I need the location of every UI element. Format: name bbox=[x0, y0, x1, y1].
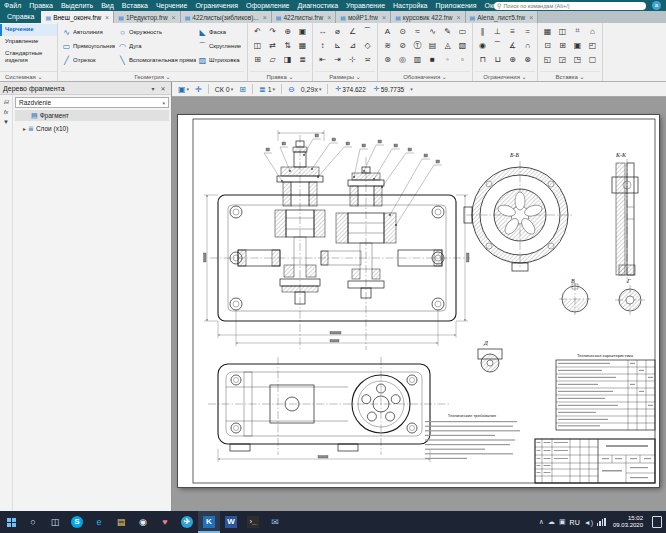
snap-mode-button[interactable]: ▣▾ bbox=[176, 83, 191, 95]
ribbon-icon-button-g1r2c1[interactable]: ⇥ bbox=[330, 52, 345, 66]
taskbar-app-edge[interactable]: e bbox=[88, 511, 110, 533]
task-view-button[interactable]: ◫ bbox=[44, 511, 66, 533]
geometry-tool-r1c1[interactable]: ◠Дуга bbox=[117, 40, 197, 53]
language-indicator[interactable]: RU bbox=[570, 519, 580, 526]
ribbon-icon-button-g2r2c0[interactable]: ⊛ bbox=[380, 52, 395, 66]
system-set-label[interactable]: Системная ⌄ bbox=[0, 71, 57, 81]
menu-item-0[interactable]: Файл bbox=[0, 0, 25, 11]
ribbon-icon-button-g0r0c0[interactable]: ↶ bbox=[250, 24, 265, 38]
ribbon-icon-button-g0r1c3[interactable]: ▦ bbox=[295, 38, 310, 52]
taskbar-app-telegram[interactable]: ✈ bbox=[176, 511, 198, 533]
workspace-tab-2[interactable]: Стандартные изделия bbox=[0, 48, 57, 65]
taskbar-app-chrome[interactable]: ◉ bbox=[132, 511, 154, 533]
taskbar-search-button[interactable]: ○ bbox=[22, 511, 44, 533]
tree-item-fragment[interactable]: ▤ Фрагмент bbox=[15, 110, 169, 121]
ribbon-icon-button-g3r0c2[interactable]: ≡ bbox=[505, 24, 520, 38]
workspace-tab-1[interactable]: Управление bbox=[0, 36, 57, 48]
shield-icon[interactable]: ▣ bbox=[559, 518, 566, 526]
panel-menu-icon[interactable]: ▾ bbox=[148, 85, 158, 92]
taskbar-app-photos[interactable]: ♥ bbox=[154, 511, 176, 533]
tray-chevron-icon[interactable]: ∧ bbox=[539, 518, 544, 526]
ribbon-group-label-1[interactable]: Размеры ⌄ bbox=[315, 71, 375, 81]
tree-item-layers[interactable]: ▸ ≣ Слои (х10) bbox=[15, 123, 169, 134]
ortho-mode-icon[interactable]: ✛ bbox=[193, 83, 204, 95]
taskbar-clock[interactable]: 15:02 09.03.2020 bbox=[610, 515, 646, 529]
geometry-tool-r1c0[interactable]: ▭Прямоугольник bbox=[61, 40, 117, 53]
ribbon-icon-button-g1r0c1[interactable]: ⌀ bbox=[330, 24, 345, 38]
filter-icon[interactable]: ▼ bbox=[3, 119, 9, 125]
tab-close-icon[interactable]: × bbox=[263, 14, 267, 21]
geometry-tool-r2c2[interactable]: ▨Штриховка bbox=[197, 54, 243, 67]
document-tab-5[interactable]: ▤курсовик 422.frw× bbox=[391, 11, 465, 23]
tab-close-icon[interactable]: × bbox=[172, 14, 176, 21]
ribbon-icon-button-g2r1c2[interactable]: Ⓣ bbox=[410, 38, 425, 52]
ribbon-icon-button-g2r0c3[interactable]: ∿ bbox=[425, 24, 440, 38]
ribbon-icon-button-g3r1c3[interactable]: ∩ bbox=[520, 38, 535, 52]
ribbon-icon-button-g4r0c0[interactable]: ▦ bbox=[540, 24, 555, 38]
geometry-tool-r1c2[interactable]: ⌒Скругление bbox=[197, 40, 243, 53]
ribbon-icon-button-g1r1c1[interactable]: ⊾ bbox=[330, 38, 345, 52]
ribbon-icon-button-g1r0c0[interactable]: ↔ bbox=[315, 24, 330, 38]
ribbon-icon-button-g2r1c4[interactable]: ◬ bbox=[440, 38, 455, 52]
ribbon-icon-button-g2r0c2[interactable]: ≈ bbox=[410, 24, 425, 38]
geometry-tool-r0c1[interactable]: ○Окружность bbox=[117, 26, 197, 39]
ribbon-icon-button-g2r1c3[interactable]: ▤ bbox=[425, 38, 440, 52]
ribbon-icon-button-g2r0c4[interactable]: ✎ bbox=[440, 24, 455, 38]
document-tab-2[interactable]: ▤422листы(зибликов)...× bbox=[181, 11, 272, 23]
ribbon-icon-button-g4r1c0[interactable]: ⊡ bbox=[540, 38, 555, 52]
ribbon-icon-button-g3r0c1[interactable]: ⊥ bbox=[490, 24, 505, 38]
taskbar-app-explorer[interactable]: ▤ bbox=[110, 511, 132, 533]
panel-close-icon[interactable]: ✕ bbox=[158, 85, 168, 92]
cloud-icon[interactable]: ☁ bbox=[548, 518, 555, 526]
coordinate-system-select[interactable]: СК 0▾ bbox=[213, 83, 236, 95]
ribbon-icon-button-g0r0c1[interactable]: ↷ bbox=[265, 24, 280, 38]
ribbon-icon-button-g3r1c1[interactable]: ⌒ bbox=[490, 38, 505, 52]
ribbon-icon-button-g0r2c0[interactable]: ⊞ bbox=[250, 52, 265, 66]
volume-icon[interactable]: ◄) bbox=[584, 519, 593, 526]
start-button[interactable] bbox=[0, 511, 22, 533]
layer-select[interactable]: ≣ 1▾ bbox=[257, 83, 277, 95]
ribbon-icon-button-g4r2c3[interactable]: ▢ bbox=[585, 52, 600, 66]
fx-icon[interactable]: fx bbox=[4, 109, 9, 115]
taskbar-app-skype[interactable]: S bbox=[66, 511, 88, 533]
ribbon-icon-button-g4r2c0[interactable]: ◱ bbox=[540, 52, 555, 66]
tab-close-icon[interactable]: × bbox=[105, 14, 109, 21]
ribbon-icon-button-g2r2c4[interactable]: ◦ bbox=[440, 52, 455, 66]
ribbon-icon-button-g3r2c1[interactable]: ⊔ bbox=[490, 52, 505, 66]
menu-item-2[interactable]: Выделить bbox=[57, 0, 97, 11]
ribbon-group-label-2[interactable]: Обозначения ⌄ bbox=[380, 71, 470, 81]
menu-item-8[interactable]: Диагностика bbox=[294, 0, 343, 11]
parambar-more-icon[interactable]: ▾ bbox=[410, 86, 413, 92]
tab-close-icon[interactable]: × bbox=[529, 14, 533, 21]
expand-caret-icon[interactable]: ▸ bbox=[23, 125, 26, 132]
document-tab-0[interactable]: ▤Внеш_оконч.frw× bbox=[41, 11, 114, 23]
ribbon-icon-button-g0r1c2[interactable]: ⇅ bbox=[280, 38, 295, 52]
ribbon-icon-button-g0r2c3[interactable]: ≣ bbox=[295, 52, 310, 66]
menu-item-5[interactable]: Черчение bbox=[152, 0, 192, 11]
ribbon-icon-button-g4r0c1[interactable]: ◫ bbox=[555, 24, 570, 38]
ribbon-icon-button-g2r0c0[interactable]: A bbox=[380, 24, 395, 38]
menu-item-3[interactable]: Вид bbox=[97, 0, 118, 11]
grid-icon[interactable]: ⊞ bbox=[237, 83, 248, 95]
menu-item-10[interactable]: Настройка bbox=[389, 0, 431, 11]
document-tab-6[interactable]: ▤Alena_лист5.frw× bbox=[466, 11, 539, 23]
geometry-tool-r2c1[interactable]: ╲Вспомогательная прямая bbox=[117, 54, 197, 67]
account-icon[interactable]: a bbox=[652, 1, 661, 10]
geometry-group-label[interactable]: Геометрия ⌄ bbox=[61, 71, 244, 81]
ribbon-icon-button-g4r0c2[interactable]: ⌗ bbox=[570, 24, 585, 38]
ribbon-icon-button-g3r1c0[interactable]: ◉ bbox=[475, 38, 490, 52]
ribbon-icon-button-g2r2c2[interactable]: ▥ bbox=[410, 52, 425, 66]
ribbon-icon-button-g3r2c2[interactable]: ⊕ bbox=[505, 52, 520, 66]
ribbon-icon-button-g3r0c3[interactable]: = bbox=[520, 24, 535, 38]
ribbon-icon-button-g3r2c0[interactable]: ⊓ bbox=[475, 52, 490, 66]
command-search-input[interactable] bbox=[503, 3, 643, 9]
ribbon-icon-button-g1r2c0[interactable]: ⇤ bbox=[315, 52, 330, 66]
ribbon-icon-button-g2r2c3[interactable]: ■ bbox=[425, 52, 440, 66]
ribbon-group-label-0[interactable]: Правка ⌄ bbox=[250, 71, 310, 81]
ribbon-icon-button-g0r2c1[interactable]: ▱ bbox=[265, 52, 280, 66]
geometry-tool-r0c0[interactable]: ∿Автолиния bbox=[61, 26, 117, 39]
ribbon-icon-button-g1r1c3[interactable]: ◇ bbox=[360, 38, 375, 52]
ribbon-icon-button-g0r1c0[interactable]: ◫ bbox=[250, 38, 265, 52]
ribbon-icon-button-g1r1c2[interactable]: ⊿ bbox=[345, 38, 360, 52]
ribbon-group-label-3[interactable]: Ограничения ⌄ bbox=[475, 71, 535, 81]
